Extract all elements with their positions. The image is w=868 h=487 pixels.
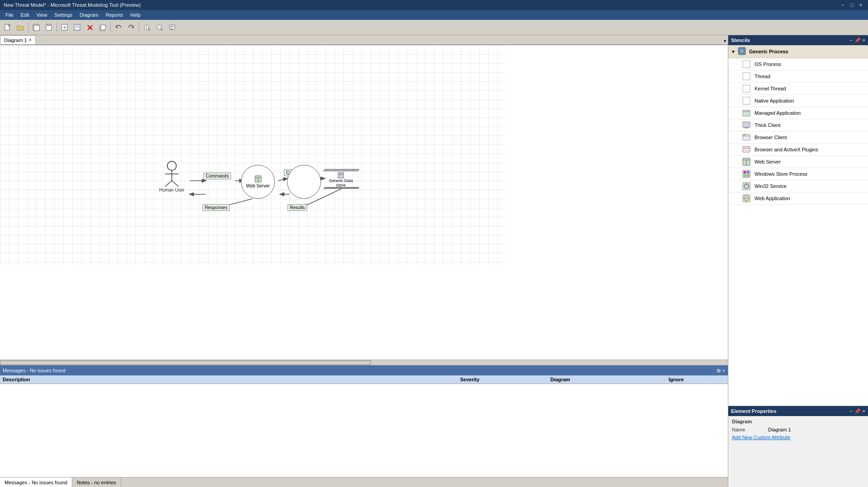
stencil-item-os-process[interactable]: OS Process [728,58,868,70]
stencils-controls: − 📌 × [849,37,865,43]
app-title: New Threat Model* - Microsoft Threat Mod… [4,2,839,8]
diagram-canvas[interactable]: Human User Commands Web Server [0,45,506,267]
col-severity: Severity [458,375,547,384]
data-store-element[interactable]: Generic DataStore [323,167,359,192]
stencils-title: Stencils [731,37,750,43]
tab-diagram1[interactable]: Diagram 1 × [0,35,36,44]
menu-file[interactable]: File [2,10,17,20]
menu-reports[interactable]: Reports [102,10,127,20]
stencil-item-native-app[interactable]: Native Application [728,95,868,107]
comment-button[interactable] [166,22,178,33]
commands-label[interactable]: Commands [203,173,231,179]
element-properties-panel: Element Properties − 📌 × Diagram Name Di… [728,406,868,487]
stencil-item-web-server[interactable]: Web Server [728,156,868,168]
add-custom-attribute-link[interactable]: Add New Custom Attribute [732,435,790,440]
messages-area: Messages - No issues found ⊞ × Descripti… [0,365,728,487]
tab-bar: Diagram 1 × ▾ [0,35,728,45]
messages-title: Messages - No issues found [3,368,66,373]
menu-edit[interactable]: Edit [17,10,33,20]
stencil-icon-thread [742,72,751,81]
ep-close-button[interactable]: × [863,408,865,414]
svg-rect-46 [341,173,343,175]
menu-diagram[interactable]: Diagram [76,10,102,20]
menu-view[interactable]: View [33,10,51,20]
delete-button[interactable] [84,22,96,33]
stencil-item-activex[interactable]: Browser and ActiveX Plugins [728,144,868,156]
svg-line-38 [172,181,179,187]
stencil-icon-kernel-thread [742,84,751,93]
stencil-label-native-app: Native Application [755,98,794,103]
human-user-element[interactable]: Human User [154,160,190,192]
new-diagram-button[interactable] [59,22,71,33]
close-button[interactable]: × [857,2,864,8]
tab-messages[interactable]: Messages - No issues found [0,478,72,487]
zoom-out-button[interactable] [154,22,165,33]
prop-add-attribute[interactable]: Add New Custom Attribute [732,434,864,440]
ep-pin-button[interactable]: 📌 [854,408,861,414]
canvas-wrapper[interactable]: Human User Commands Web Server [0,45,728,365]
stencils-pin-button[interactable]: 📌 [854,37,861,43]
open-button[interactable] [14,22,26,33]
open-diagram-button[interactable] [71,22,83,33]
stencil-item-thick-client[interactable]: Thick Client [728,119,868,131]
title-bar: New Threat Model* - Microsoft Threat Mod… [0,0,868,10]
ep-collapse-button[interactable]: − [849,408,852,414]
web-server-element[interactable]: Web Server [241,165,275,199]
stencil-label-win32: Win32 Service [755,183,787,189]
tab-notes[interactable]: Notes - no entries [72,478,121,487]
svg-point-34 [167,161,176,170]
stencil-label-os-process: OS Process [755,61,781,67]
minimize-button[interactable]: − [839,2,846,8]
bottom-tabs: Messages - No issues found Notes - no en… [0,477,728,487]
paste-stencil-button[interactable] [43,22,55,33]
stencils-header: Stencils − 📌 × [728,35,868,45]
svg-rect-57 [745,127,748,128]
messages-controls: ⊞ × [717,368,725,374]
copy-stencil-button[interactable] [30,22,42,33]
responses-label[interactable]: Responses [203,204,230,211]
stencil-label-web-server: Web Server [755,159,781,164]
prop-section-diagram: Diagram [732,419,864,424]
stencil-item-managed-app[interactable]: Managed Application [728,107,868,119]
stencil-category-generic-process[interactable]: ▼ Generic Process [728,45,868,58]
stencil-label-windows-store: Windows Store Process [755,171,807,177]
maximize-button[interactable]: □ [848,2,855,8]
messages-pin-button[interactable]: ⊞ [717,368,721,374]
h-scrollbar[interactable] [0,360,728,365]
undo-button[interactable] [113,22,124,33]
toolbar [0,20,868,35]
copy-button[interactable] [97,22,108,33]
stencil-item-thread[interactable]: Thread [728,70,868,83]
configuration-process-element[interactable] [287,165,321,199]
stencil-item-web-app[interactable]: Web Application [728,192,868,205]
messages-close-button[interactable]: × [722,368,725,374]
col-ignore: Ignore [666,375,728,384]
new-button[interactable] [2,22,14,33]
main-layout: Diagram 1 × ▾ [0,35,868,487]
stencil-item-browser-client[interactable]: Browser Client [728,131,868,144]
redo-button[interactable] [125,22,137,33]
messages-table-header: Description Severity Diagram Ignore [0,375,728,384]
stencil-item-kernel-thread[interactable]: Kernel Thread [728,83,868,95]
stencil-item-win32[interactable]: Win32 Service [728,180,868,192]
right-panel: Stencils − 📌 × ▼ Generic Process [728,35,868,487]
results-label[interactable]: Results [288,204,307,211]
stencil-label-thick-client: Thick Client [755,122,780,128]
stencils-close-button[interactable]: × [863,37,865,43]
stencil-item-windows-store[interactable]: Windows Store Process [728,168,868,180]
stencil-icon-thick-client [742,121,751,130]
svg-line-17 [148,29,150,30]
menu-settings[interactable]: Settings [51,10,76,20]
zoom-in-button[interactable] [141,22,153,33]
svg-rect-70 [744,174,746,177]
prop-label-name: Name [732,427,768,432]
messages-table: Description Severity Diagram Ignore [0,375,728,477]
stencil-icon-native-app [742,96,751,105]
stencils-collapse-button[interactable]: − [849,37,852,43]
menu-help[interactable]: Help [127,10,144,20]
col-diagram: Diagram [547,375,666,384]
svg-rect-50 [743,61,750,68]
tab-close-icon[interactable]: × [29,37,32,42]
tab-scroll-arrow[interactable]: ▾ [722,37,728,44]
svg-rect-68 [744,171,746,173]
